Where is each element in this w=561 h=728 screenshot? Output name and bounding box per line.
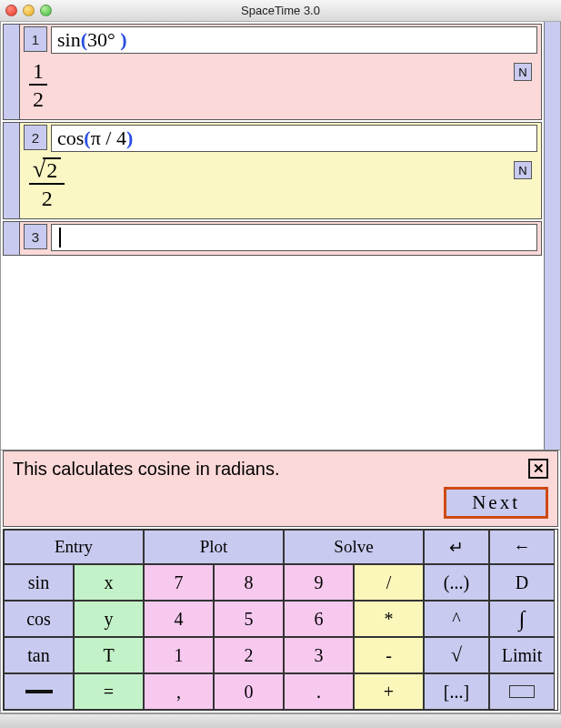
line-number: 1 [24, 26, 47, 52]
key-[interactable]: . [284, 673, 354, 710]
hint-text: This calculates cosine in radians. [13, 459, 279, 480]
rect-icon [509, 685, 535, 698]
hint-next-button[interactable]: Next [444, 487, 548, 519]
worksheet-blank-area[interactable] [3, 258, 542, 448]
result-output: √22 [29, 157, 65, 209]
cell-handle[interactable] [4, 123, 20, 218]
expression-input[interactable]: sin(30° ) [51, 26, 537, 54]
back-icon [514, 537, 531, 557]
enter-icon [449, 537, 464, 558]
key-[interactable]: * [354, 601, 424, 637]
numeric-badge[interactable]: N [514, 63, 532, 81]
key-cos[interactable]: cos [4, 601, 74, 637]
key-d[interactable]: D [489, 564, 555, 601]
keypad-tab-solve[interactable]: Solve [284, 530, 424, 564]
cell-handle[interactable] [4, 25, 20, 119]
keypad-tab-plot[interactable]: Plot [144, 530, 284, 564]
worksheet-cell: 1sin(30° )12N [3, 24, 542, 120]
int-icon [519, 607, 526, 632]
window-titlebar: SpaceTime 3.0 [0, 0, 561, 22]
key-[interactable]: / [354, 564, 424, 601]
key-1[interactable]: 1 [144, 637, 214, 673]
key-2[interactable]: 2 [214, 637, 284, 673]
key-sqrt[interactable] [424, 637, 489, 673]
key-[interactable]: (...) [424, 564, 489, 601]
keypad: EntryPlotSolve sinx789/(...)Dcosy456*^ta… [3, 529, 558, 711]
window-statusbar [0, 713, 561, 728]
key-rect[interactable] [489, 673, 555, 710]
key-[interactable]: + [354, 673, 424, 710]
key-limit[interactable]: Limit [489, 637, 555, 673]
key-7[interactable]: 7 [144, 564, 214, 601]
keypad-backspace[interactable] [489, 530, 555, 564]
key-6[interactable]: 6 [284, 601, 354, 637]
worksheet-cell: 2cos(π / 4)√22N [3, 122, 542, 219]
key-3[interactable]: 3 [284, 637, 354, 673]
key-y[interactable]: y [74, 601, 144, 637]
key-[interactable]: , [144, 673, 214, 710]
key-8[interactable]: 8 [214, 564, 284, 601]
key-[interactable]: - [354, 637, 424, 673]
worksheet-scrollbar[interactable] [544, 22, 560, 450]
expression-input[interactable]: cos(π / 4) [51, 125, 537, 152]
line-number: 3 [24, 224, 47, 249]
key-underline[interactable] [4, 673, 74, 710]
result-output: 12 [29, 59, 47, 110]
expression-input[interactable] [51, 224, 537, 251]
key-t[interactable]: T [74, 637, 144, 673]
key-[interactable]: ^ [424, 601, 489, 637]
key-sin[interactable]: sin [4, 564, 74, 601]
underline-icon [25, 690, 53, 693]
numeric-badge[interactable]: N [514, 161, 532, 179]
window-title: SpaceTime 3.0 [0, 4, 561, 17]
line-number: 2 [24, 125, 47, 150]
keypad-enter[interactable] [424, 530, 489, 564]
key-int[interactable] [489, 601, 555, 637]
key-x[interactable]: x [74, 564, 144, 601]
worksheet-cell: 3 [3, 221, 542, 256]
key-5[interactable]: 5 [214, 601, 284, 637]
hint-close-button[interactable]: ✕ [528, 459, 548, 479]
key-4[interactable]: 4 [144, 601, 214, 637]
key-tan[interactable]: tan [4, 637, 74, 673]
key-9[interactable]: 9 [284, 564, 354, 601]
hint-panel: This calculates cosine in radians. ✕ Nex… [3, 450, 558, 527]
cell-handle[interactable] [4, 222, 20, 255]
key-[interactable]: [...] [424, 673, 489, 710]
key-[interactable]: = [74, 673, 144, 710]
sqrt-icon [451, 643, 462, 667]
keypad-tab-entry[interactable]: Entry [4, 530, 144, 564]
key-0[interactable]: 0 [214, 673, 284, 710]
